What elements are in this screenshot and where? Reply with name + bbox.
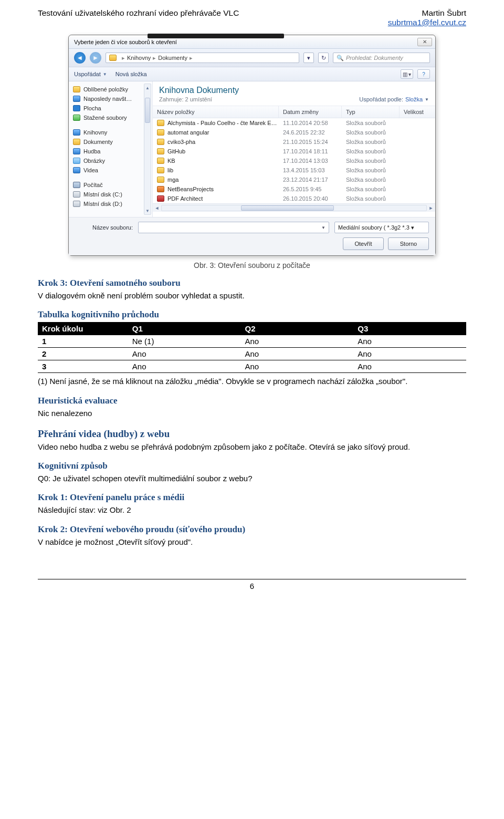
music-icon [73,148,80,154]
file-type: Složka souborů [342,194,400,203]
table-footnote: (1) Není jasné, že se má kliknout na zál… [38,376,466,387]
author-name: Martin Šubrt [388,8,466,18]
table-row[interactable]: automat angular24.6.2015 22:32Složka sou… [153,128,435,137]
table-row[interactable]: cviko3-pha21.10.2015 15:24Složka souborů [153,137,435,147]
file-type: Složka souborů [342,118,400,128]
horizontal-scrollbar[interactable]: ◄ ► [153,203,435,212]
file-type: Složka souborů [342,147,400,156]
sidebar-item-recent[interactable]: Naposledy navšt… [73,94,150,103]
table-row[interactable]: KB17.10.2014 13:03Složka souborů [153,156,435,165]
table-row[interactable]: GitHub17.10.2014 18:11Složka souborů [153,147,435,156]
table-cell: Ano [353,335,466,348]
heuristic-heading: Heuristická evaluace [38,396,466,406]
file-name: Alchymista - Paulo Coelho - čte Marek E… [167,120,277,126]
scroll-left-icon[interactable]: ◄ [153,204,161,212]
nav-back-icon[interactable]: ◄ [74,52,86,64]
sidebar-item-libraries-header[interactable]: Knihovny [73,128,150,137]
address-bar: ◄ ► ▸ Knihovny ▸ Dokumenty ▸ ▾ ↻ 🔍 Prohl… [69,49,435,67]
search-input[interactable]: 🔍 Prohledat: Dokumenty [333,53,430,63]
open-button[interactable]: Otevřít [343,237,384,250]
sidebar-item-desktop[interactable]: Plocha [73,103,150,113]
file-date: 13.4.2015 15:03 [279,165,342,175]
library-title: Knihovna Dokumenty [159,86,239,95]
refresh-button[interactable]: ↻ [318,53,329,63]
file-name: KB [167,158,175,164]
table-row[interactable]: lib13.4.2015 15:03Složka souborů [153,165,435,175]
sidebar-scrollbar[interactable]: ▲ ▼ [144,84,151,215]
heuristic-body: Nic nenalezeno [38,408,466,419]
arrange-by[interactable]: Uspořádat podle: Složka ▼ [359,96,429,102]
folder-icon [157,186,164,192]
scroll-thumb[interactable] [145,98,150,123]
file-size [400,156,435,165]
col-name[interactable]: Název položky [153,106,279,118]
col-date[interactable]: Datum změny [279,106,342,118]
file-name: cviko3-pha [167,139,195,145]
table-cell: Ano [353,348,466,360]
breadcrumb[interactable]: ▸ Knihovny ▸ Dokumenty ▸ [106,53,299,63]
doc-title: Testování uživatelského rozhraní video p… [38,8,239,27]
author-email[interactable]: subrtma1@fel.cvut.cz [388,18,466,27]
file-date: 17.10.2014 18:11 [279,147,342,156]
nav-forward-icon[interactable]: ► [90,52,101,64]
dialog-toolbar: Uspořádat ▼ Nová složka ▥ ▾ ? [69,67,435,81]
disk-icon [73,191,80,198]
close-icon[interactable]: ✕ [417,38,432,46]
organize-menu[interactable]: Uspořádat ▼ [74,71,107,77]
table-cell: Ano [241,348,354,360]
step3-body: V dialogovém okně není problém soubor vy… [38,291,466,301]
table-row: 1Ne (1)AnoAno [38,335,466,348]
col-type[interactable]: Typ [342,106,400,118]
file-name: lib [167,167,173,173]
table-row[interactable]: Alchymista - Paulo Coelho - čte Marek E…… [153,118,435,128]
sidebar-item-computer-header[interactable]: Počítač [73,180,150,190]
sidebar-item-downloads[interactable]: Stažené soubory [73,113,150,122]
chevron-right-icon: ▸ [153,55,156,61]
section-body: Video nebo hudba z webu se přehrává podo… [38,442,466,452]
file-open-dialog: Vyberte jeden či více souborů k otevření… [68,35,436,256]
table-row[interactable]: PDF Architect26.10.2015 20:40Složka soub… [153,194,435,203]
breadcrumb-child: Dokumenty [158,55,187,61]
col-size[interactable]: Velikost [400,106,435,118]
chevron-down-icon: ▼ [425,97,429,102]
refresh-icon[interactable]: ▾ [303,53,314,63]
scroll-thumb[interactable] [241,205,333,211]
sidebar-item-music[interactable]: Hudba [73,147,150,156]
col-header: Krok úkolu [38,322,128,335]
file-type: Složka souborů [342,128,400,137]
new-folder-button[interactable]: Nová složka [116,71,147,77]
breadcrumb-root: Knihovny [127,55,151,61]
star-icon [73,86,80,92]
sidebar-item-disk-c[interactable]: Místní disk (C:) [73,190,150,199]
table-row[interactable]: mga23.12.2014 21:17Složka souborů [153,175,435,184]
file-date: 23.12.2014 21:17 [279,175,342,184]
file-date: 26.5.2015 9:45 [279,184,342,194]
sidebar-item-favorites-header[interactable]: Oblíbené položky [73,85,150,94]
filename-input[interactable]: ▼ [138,222,329,233]
table-cell: Ano [128,348,241,360]
scroll-down-icon[interactable]: ▼ [144,207,151,214]
file-type: Složka souborů [342,175,400,184]
step1-body: Následující stav: viz Obr. 2 [38,505,466,515]
scroll-up-icon[interactable]: ▲ [144,84,151,91]
file-type: Složka souborů [342,184,400,194]
table-row: 2AnoAnoAno [38,348,466,360]
table-row[interactable]: NetBeansProjects26.5.2015 9:45Složka sou… [153,184,435,194]
sidebar-item-documents[interactable]: Dokumenty [73,137,150,147]
file-name: automat angular [167,129,209,136]
sidebar-item-disk-d[interactable]: Místní disk (D:) [73,199,150,209]
desktop-icon [73,105,80,111]
folder-icon [157,177,164,183]
figure-caption: Obr. 3: Otevření souboru z počítače [38,261,466,269]
scroll-right-icon[interactable]: ► [427,204,435,212]
pictures-icon [73,158,80,164]
sidebar-item-pictures[interactable]: Obrázky [73,156,150,165]
help-icon[interactable]: ? [417,69,430,79]
sidebar-item-videos[interactable]: Videa [73,165,150,175]
file-filter-select[interactable]: Mediální soubory ( *.3g2 *.3 ▾ [334,222,429,233]
file-size [400,128,435,137]
col-header: Q3 [353,322,466,335]
file-name: mga [167,177,178,183]
view-mode-icon[interactable]: ▥ ▾ [401,69,413,79]
cancel-button[interactable]: Storno [388,237,429,250]
